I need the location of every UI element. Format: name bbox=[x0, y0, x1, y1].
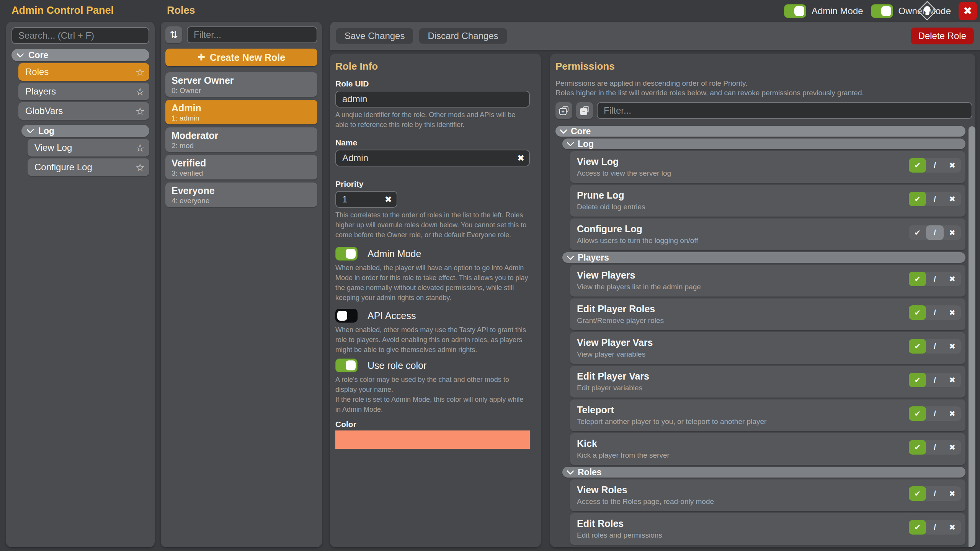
section-label: Core bbox=[28, 50, 48, 60]
role-uid-line: 0: Owner bbox=[172, 86, 311, 95]
use-role-color-toggle[interactable] bbox=[335, 359, 358, 372]
setting-label: Use role color bbox=[368, 360, 426, 371]
chevron-down-icon bbox=[560, 126, 567, 134]
perm-group-roles[interactable]: Roles bbox=[562, 467, 965, 478]
group-label: Log bbox=[578, 139, 594, 149]
favorite-star-icon[interactable]: ☆ bbox=[136, 86, 145, 98]
permission-row-view-player-vars: View Player Vars View player variables ✔… bbox=[570, 332, 965, 364]
allow-check-icon[interactable]: ✔ bbox=[909, 406, 926, 421]
swap-vertical-icon: ⇅ bbox=[170, 29, 178, 41]
deny-x-icon[interactable]: ✖ bbox=[944, 520, 961, 535]
passthrough-slash-icon[interactable]: / bbox=[926, 225, 943, 240]
admin-mode-control: Admin Mode bbox=[784, 4, 863, 18]
sidebar-item-players[interactable]: Players ☆ bbox=[18, 83, 149, 100]
permission-row-prune-log: Prune Log Delete old log entries ✔ / ✖ bbox=[570, 185, 965, 217]
sidebar-section-core[interactable]: Core bbox=[11, 49, 149, 61]
roles-filter-input[interactable] bbox=[187, 26, 317, 43]
admin-mode-setting: Admin Mode bbox=[335, 247, 530, 261]
role-list-item-everyone[interactable]: Everyone 4: everyone bbox=[165, 183, 317, 207]
permissions-filter-input[interactable] bbox=[597, 102, 972, 119]
permission-row-view-roles: View Roles Access to the Roles page, rea… bbox=[570, 479, 965, 511]
sidebar-item-globvars[interactable]: GlobVars ☆ bbox=[18, 102, 149, 120]
allow-check-icon[interactable]: ✔ bbox=[909, 373, 926, 387]
passthrough-slash-icon[interactable]: / bbox=[926, 339, 943, 354]
passthrough-slash-icon[interactable]: / bbox=[926, 305, 943, 320]
passthrough-slash-icon[interactable]: / bbox=[926, 272, 943, 286]
role-uid-input[interactable] bbox=[335, 91, 530, 108]
deny-x-icon[interactable]: ✖ bbox=[944, 225, 961, 240]
close-button[interactable]: ✖ bbox=[959, 2, 977, 20]
role-color-swatch[interactable] bbox=[335, 430, 530, 449]
perm-group-players[interactable]: Players bbox=[562, 252, 965, 263]
permission-title: View Players bbox=[577, 270, 900, 281]
sidebar-item-view-log[interactable]: View Log ☆ bbox=[28, 139, 149, 156]
discard-changes-button[interactable]: Discard Changes bbox=[419, 28, 506, 44]
collapse-all-button[interactable]: − bbox=[576, 102, 593, 119]
allow-check-icon[interactable]: ✔ bbox=[909, 520, 926, 535]
allow-check-icon[interactable]: ✔ bbox=[909, 305, 926, 320]
toggle-knob bbox=[881, 6, 891, 16]
allow-check-icon[interactable]: ✔ bbox=[909, 486, 926, 501]
role-list-item-server-owner[interactable]: Server Owner 0: Owner bbox=[165, 72, 317, 97]
favorite-star-icon[interactable]: ☆ bbox=[136, 142, 145, 154]
item-label: Configure Log bbox=[34, 162, 92, 173]
chevron-down-icon bbox=[567, 139, 574, 147]
perm-group-core[interactable]: Core bbox=[555, 126, 965, 137]
allow-check-icon[interactable]: ✔ bbox=[909, 339, 926, 354]
deny-x-icon[interactable]: ✖ bbox=[944, 373, 961, 387]
sidebar-item-configure-log[interactable]: Configure Log ☆ bbox=[28, 158, 149, 176]
role-name-input[interactable] bbox=[335, 150, 530, 166]
favorite-star-icon[interactable]: ☆ bbox=[136, 105, 145, 117]
role-list-item-moderator[interactable]: Moderator 2: mod bbox=[165, 127, 317, 152]
save-changes-button[interactable]: Save Changes bbox=[336, 28, 413, 44]
deny-x-icon[interactable]: ✖ bbox=[944, 486, 961, 501]
role-admin-mode-toggle[interactable] bbox=[335, 247, 358, 261]
clear-input-icon[interactable]: ✖ bbox=[385, 194, 392, 204]
favorite-star-icon[interactable]: ☆ bbox=[136, 66, 145, 78]
perm-group-log[interactable]: Log bbox=[562, 139, 965, 149]
sidebar-item-roles[interactable]: Roles ☆ bbox=[18, 63, 149, 81]
delete-role-button[interactable]: Delete Role bbox=[911, 28, 974, 44]
item-label: Players bbox=[25, 86, 56, 97]
deny-x-icon[interactable]: ✖ bbox=[944, 339, 961, 354]
permission-title: Kick bbox=[577, 438, 900, 449]
permissions-title: Permissions bbox=[555, 60, 965, 72]
permissions-scrollbar[interactable] bbox=[969, 126, 975, 547]
group-label: Players bbox=[578, 253, 609, 263]
owner-mode-toggle[interactable] bbox=[871, 4, 893, 18]
admin-mode-help: When enabled, the player will have an op… bbox=[335, 263, 530, 303]
chevron-down-icon bbox=[16, 50, 24, 58]
deny-x-icon[interactable]: ✖ bbox=[944, 406, 961, 421]
allow-check-icon[interactable]: ✔ bbox=[909, 225, 926, 240]
passthrough-slash-icon[interactable]: / bbox=[926, 158, 943, 173]
passthrough-slash-icon[interactable]: / bbox=[926, 520, 943, 535]
role-list-item-admin[interactable]: Admin 1: admin bbox=[165, 100, 317, 124]
passthrough-slash-icon[interactable]: / bbox=[926, 486, 943, 501]
deny-x-icon[interactable]: ✖ bbox=[944, 305, 961, 320]
passthrough-slash-icon[interactable]: / bbox=[926, 440, 943, 455]
search-input[interactable] bbox=[11, 27, 149, 44]
clear-input-icon[interactable]: ✖ bbox=[517, 153, 524, 163]
allow-check-icon[interactable]: ✔ bbox=[909, 272, 926, 286]
deny-x-icon[interactable]: ✖ bbox=[944, 440, 961, 455]
deny-x-icon[interactable]: ✖ bbox=[944, 158, 961, 173]
deny-x-icon[interactable]: ✖ bbox=[944, 272, 961, 286]
deny-x-icon[interactable]: ✖ bbox=[944, 192, 961, 206]
permission-state-control: ✔ / ✖ bbox=[909, 373, 961, 387]
passthrough-slash-icon[interactable]: / bbox=[926, 406, 943, 421]
api-access-toggle[interactable] bbox=[335, 309, 358, 323]
passthrough-slash-icon[interactable]: / bbox=[926, 192, 943, 206]
reorder-roles-button[interactable]: ⇅ bbox=[165, 26, 182, 43]
passthrough-slash-icon[interactable]: / bbox=[926, 373, 943, 387]
allow-check-icon[interactable]: ✔ bbox=[909, 158, 926, 173]
create-new-role-button[interactable]: ✚ Create New Role bbox=[165, 49, 317, 66]
allow-check-icon[interactable]: ✔ bbox=[909, 440, 926, 455]
admin-mode-toggle[interactable] bbox=[784, 4, 806, 18]
role-list-item-verified[interactable]: Verified 3: verified bbox=[165, 155, 317, 179]
expand-all-button[interactable]: + bbox=[555, 102, 572, 119]
allow-check-icon[interactable]: ✔ bbox=[909, 192, 926, 206]
favorite-star-icon[interactable]: ☆ bbox=[136, 161, 145, 173]
owner-mode-control: Owner Mode bbox=[871, 4, 951, 18]
permission-desc: Allows users to turn the logging on/off bbox=[577, 236, 900, 245]
sidebar-section-log[interactable]: Log bbox=[21, 125, 149, 137]
